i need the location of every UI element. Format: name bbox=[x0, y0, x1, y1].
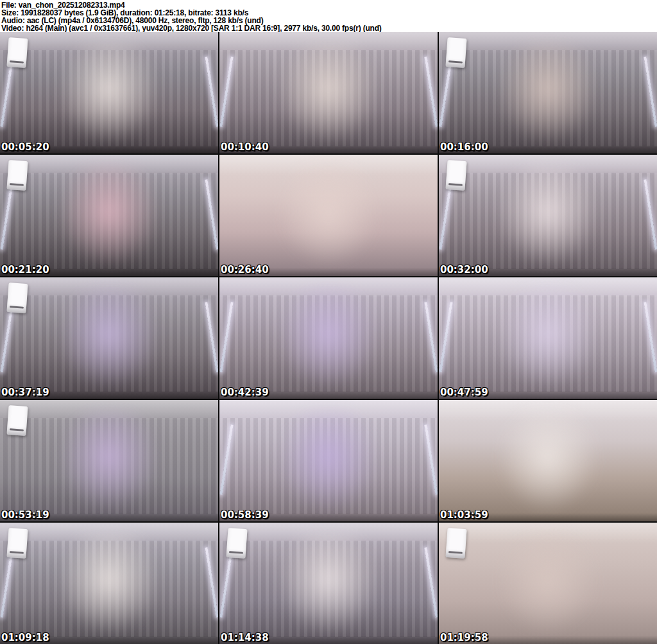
ac-unit-icon bbox=[6, 405, 28, 436]
video-thumbnail[interactable]: 00:05:20 bbox=[0, 32, 218, 153]
timestamp-label: 00:58:39 bbox=[221, 509, 269, 521]
subject-blur bbox=[276, 532, 380, 637]
subject-blur bbox=[56, 410, 161, 514]
timestamp-label: 00:53:19 bbox=[1, 509, 49, 521]
ac-unit-icon bbox=[445, 528, 466, 559]
subject-blur bbox=[56, 42, 161, 146]
timestamp-label: 01:14:38 bbox=[221, 632, 269, 643]
subject-blur bbox=[56, 164, 161, 269]
video-thumbnail[interactable]: 01:09:18 bbox=[0, 523, 218, 644]
subject-blur bbox=[56, 287, 161, 392]
subject-blur bbox=[276, 410, 380, 514]
timestamp-label: 00:32:00 bbox=[440, 264, 488, 275]
subject-blur bbox=[495, 164, 600, 269]
ac-unit-icon bbox=[445, 160, 466, 191]
ac-unit-icon bbox=[6, 528, 28, 559]
subject-blur bbox=[276, 287, 380, 392]
timestamp-label: 00:47:59 bbox=[440, 387, 488, 398]
video-info-line: Video: h264 (Main) (avc1 / 0x31637661), … bbox=[1, 24, 657, 32]
video-contact-sheet: File: van_chon_202512082313.mp4 Size: 19… bbox=[0, 0, 657, 644]
video-thumbnail[interactable]: 00:53:19 bbox=[0, 400, 218, 521]
video-thumbnail[interactable]: 01:14:38 bbox=[219, 523, 438, 644]
subject-blur bbox=[276, 164, 380, 269]
timestamp-label: 00:10:40 bbox=[221, 141, 269, 153]
ac-unit-icon bbox=[6, 160, 28, 191]
timestamp-label: 01:19:58 bbox=[440, 632, 488, 643]
video-thumbnail[interactable]: 00:42:39 bbox=[219, 277, 438, 399]
timestamp-label: 00:21:20 bbox=[1, 264, 49, 275]
ac-unit-icon bbox=[226, 528, 247, 559]
timestamp-label: 00:05:20 bbox=[1, 141, 49, 153]
thumbnail-grid: 00:05:20 00:10:40 00:16:00 00:21:20 bbox=[0, 32, 657, 644]
ac-unit-icon bbox=[6, 37, 28, 68]
subject-blur bbox=[56, 532, 161, 637]
timestamp-label: 00:42:39 bbox=[221, 387, 269, 398]
subject-blur bbox=[495, 42, 600, 146]
video-thumbnail[interactable]: 00:37:19 bbox=[0, 277, 218, 399]
subject-blur bbox=[495, 287, 600, 392]
subject-blur bbox=[276, 42, 380, 146]
video-thumbnail[interactable]: 00:21:20 bbox=[0, 155, 218, 276]
timestamp-label: 01:09:18 bbox=[1, 632, 49, 643]
video-thumbnail[interactable]: 00:16:00 bbox=[439, 32, 657, 153]
timestamp-label: 01:03:59 bbox=[440, 509, 488, 521]
ac-unit-icon bbox=[6, 283, 28, 313]
video-thumbnail[interactable]: 01:19:58 bbox=[439, 523, 657, 644]
video-thumbnail[interactable]: 00:10:40 bbox=[219, 32, 438, 153]
video-thumbnail[interactable]: 00:47:59 bbox=[439, 277, 657, 399]
video-thumbnail[interactable]: 00:32:00 bbox=[439, 155, 657, 276]
ac-unit-icon bbox=[445, 37, 466, 68]
timestamp-label: 00:26:40 bbox=[221, 264, 269, 275]
subject-blur bbox=[495, 532, 600, 637]
subject-blur bbox=[495, 410, 600, 514]
timestamp-label: 00:37:19 bbox=[1, 387, 49, 398]
file-info-header: File: van_chon_202512082313.mp4 Size: 19… bbox=[0, 0, 657, 32]
video-thumbnail[interactable]: 00:58:39 bbox=[219, 400, 438, 521]
video-thumbnail[interactable]: 01:03:59 bbox=[439, 400, 657, 521]
timestamp-label: 00:16:00 bbox=[440, 141, 488, 153]
video-thumbnail[interactable]: 00:26:40 bbox=[219, 155, 438, 276]
